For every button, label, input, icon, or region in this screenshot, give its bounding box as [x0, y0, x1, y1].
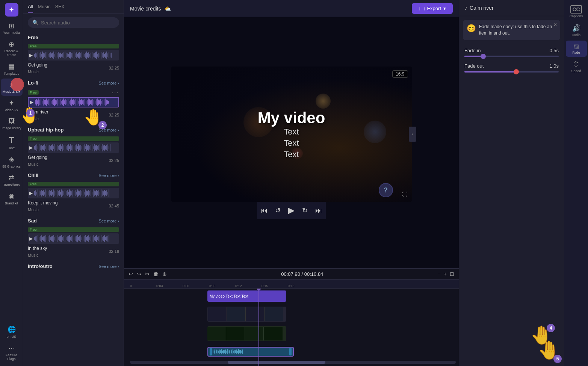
- title-clip[interactable]: My video Text Text Text: [207, 290, 286, 302]
- timeline-tracks: My video Text Text Text: [124, 289, 459, 366]
- track-waveform[interactable]: ▶: [28, 188, 119, 198]
- collapse-panel-button[interactable]: ›: [409, 127, 416, 142]
- video-canvas: My video Text Text Text 16:9: [171, 67, 412, 202]
- timeline-scrollbar[interactable]: [130, 361, 456, 364]
- sidebar-item-video-fx[interactable]: ✦ Video Fx: [1, 97, 23, 114]
- track-waveform-active[interactable]: ▶ Add to timeline: [28, 97, 119, 107]
- video-clip-upper[interactable]: [207, 307, 286, 322]
- sidebar-item-transitions[interactable]: ⇄ Transitions: [1, 171, 23, 189]
- sidebar-item-templates[interactable]: ▦ Templates: [1, 60, 23, 78]
- tooltip-close-button[interactable]: ✕: [553, 22, 557, 27]
- redo-button[interactable]: ↪: [137, 271, 141, 277]
- right-icons-panel: CC Captions 🔊 Audio ▨ Fade ⏱ Speed: [564, 0, 588, 366]
- timeline-playhead[interactable]: [258, 289, 259, 366]
- fit-timeline-button[interactable]: ⊡: [450, 271, 454, 277]
- play-button[interactable]: ▶: [29, 236, 33, 241]
- tooltip-box: 😊 Fade made easy: use this to fade an it…: [463, 20, 560, 40]
- fade-in-row: Fade in 0.5s: [464, 48, 559, 53]
- rewind-button[interactable]: ↺: [275, 206, 281, 215]
- fade-out-thumb[interactable]: [514, 69, 519, 74]
- step-badge-1: 1: [26, 109, 35, 117]
- sidebar-item-brand-kit[interactable]: ◉ Brand kit: [1, 190, 23, 207]
- forward-button[interactable]: ↻: [302, 206, 308, 215]
- sidebar-item-image-library[interactable]: 🖼 Image library: [1, 115, 23, 132]
- export-icon: ↑: [419, 6, 421, 11]
- see-more-lofi[interactable]: See more ›: [99, 81, 119, 85]
- left-navigation: ✦ ⊞ Your media ⊕ Record &create ▦ Templa…: [0, 0, 23, 366]
- help-button[interactable]: ?: [379, 183, 393, 197]
- app-logo[interactable]: ✦: [5, 3, 18, 17]
- zoom-out-button[interactable]: −: [438, 271, 441, 277]
- list-item-get-going: Free ▶ Get going Music 02:25: [23, 134, 124, 169]
- more-options-button[interactable]: ···: [112, 89, 119, 96]
- fade-button[interactable]: ▨ Fade: [566, 41, 587, 57]
- speed-icon: ⏱: [573, 60, 580, 68]
- see-more-chill[interactable]: See more ›: [99, 173, 119, 178]
- captions-button[interactable]: CC Captions: [566, 3, 587, 20]
- section-header-intro: Intro/outro See more ›: [23, 260, 124, 271]
- sidebar-item-text[interactable]: T Text: [1, 133, 23, 152]
- right-panel-header: ♪ Calm river: [459, 0, 564, 16]
- fullscreen-button[interactable]: ⛶: [402, 191, 407, 197]
- skip-back-button[interactable]: ⏮: [261, 207, 268, 215]
- sidebar-item-feature-flags[interactable]: ⋯ Feature Flags: [1, 342, 23, 363]
- track-waveform[interactable]: ▶: [28, 50, 119, 60]
- tab-all[interactable]: All: [28, 4, 33, 13]
- free-badge: Free: [28, 227, 119, 232]
- sidebar-item-your-media[interactable]: ⊞ Your media: [1, 20, 23, 37]
- video-clip-lower[interactable]: [207, 326, 286, 341]
- play-button[interactable]: ▶: [29, 145, 33, 150]
- audio-clip-handle-right[interactable]: [289, 348, 292, 355]
- waveform-bars: [34, 235, 118, 242]
- right-panel: ♪ Calm river 😊 Fade made easy: use this …: [459, 0, 564, 366]
- fade-in-thumb[interactable]: [481, 54, 486, 59]
- play-button[interactable]: ▶: [29, 191, 33, 196]
- track-waveform[interactable]: ▶: [28, 142, 119, 153]
- table-row: [127, 325, 459, 343]
- sidebar-item-graphics[interactable]: ◈ 88 Graphics: [1, 153, 23, 171]
- audio-clip-handle-left[interactable]: [210, 348, 212, 355]
- skip-forward-button[interactable]: ⏭: [315, 207, 322, 215]
- timeline-scrollbar-thumb[interactable]: [228, 361, 325, 364]
- track-info: Keep it moving Music 02:45: [28, 199, 119, 213]
- main-content: Movie credits ⛅ ↑ ↑ Export ▾ My v: [124, 0, 459, 366]
- cut-button[interactable]: ✂: [145, 271, 150, 277]
- search-input[interactable]: [41, 20, 115, 26]
- duplicate-button[interactable]: ⊕: [162, 271, 167, 277]
- delete-button[interactable]: 🗑: [153, 271, 159, 277]
- tab-sfx[interactable]: SFX: [55, 4, 64, 13]
- sidebar-item-record[interactable]: ⊕ Record &create: [1, 38, 23, 59]
- sidebar-item-music-sfx[interactable]: ♪ Music & Sfx: [1, 79, 23, 96]
- audio-waveform: [213, 349, 289, 355]
- tab-music[interactable]: Music: [38, 4, 50, 13]
- video-text-1: Text: [284, 127, 299, 137]
- fade-in-slider[interactable]: [464, 56, 559, 57]
- sidebar-item-language[interactable]: 🌐 en-US: [1, 323, 23, 341]
- fade-in-label: Fade in: [464, 48, 481, 53]
- see-more-intro[interactable]: See more ›: [99, 264, 119, 269]
- see-more-sad[interactable]: See more ›: [99, 219, 119, 223]
- fade-out-slider[interactable]: [464, 71, 559, 73]
- play-pause-button[interactable]: ▶: [288, 206, 295, 215]
- export-chevron-icon: ▾: [443, 6, 446, 11]
- search-box[interactable]: 🔍: [28, 17, 119, 28]
- track-waveform[interactable]: ▶: [28, 233, 119, 244]
- audio-button[interactable]: 🔊 Audio: [566, 22, 587, 39]
- play-button[interactable]: ▶: [29, 53, 33, 58]
- waveform-bars: [34, 189, 118, 197]
- timeline-time: 00:07.90 / 00:10.84: [281, 271, 323, 277]
- video-title: My video: [258, 109, 325, 127]
- track-info: Calm river Music 02:25: [28, 108, 119, 122]
- play-button-calm-river[interactable]: ▶: [30, 100, 33, 105]
- zoom-in-button[interactable]: +: [444, 271, 447, 277]
- undo-button[interactable]: ↩: [128, 271, 133, 277]
- free-badge: Free: [28, 90, 39, 95]
- tooltip-text: Fade made easy: use this to fade an item…: [479, 24, 556, 36]
- export-button[interactable]: ↑ ↑ Export ▾: [412, 3, 453, 14]
- top-bar-left: Movie credits ⛅: [130, 6, 171, 12]
- audio-clip[interactable]: 🤚 3: [207, 347, 294, 357]
- section-title-free: Free: [28, 35, 38, 40]
- speed-button[interactable]: ⏱ Speed: [566, 58, 587, 75]
- timeline-ruler: 0 0:03 0:06 0:09 0:12 0:15 0:18: [124, 280, 459, 289]
- fade-out-label: Fade out: [464, 63, 484, 69]
